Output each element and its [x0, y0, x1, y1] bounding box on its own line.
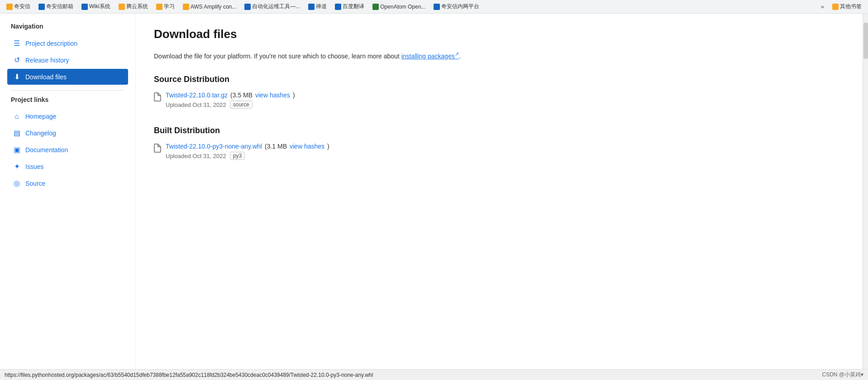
sidebar-item-label: Project description: [25, 40, 77, 47]
bookmarks-bar: 奇安信 奇安信邮箱 Wiki系统 腾云系统 学习 AWS Amplify con…: [0, 0, 868, 14]
sidebar-item-label: Changelog: [25, 130, 56, 137]
bookmark-label: AWS Amplify con...: [191, 4, 237, 10]
docs-icon: ▣: [13, 145, 21, 154]
source-file-size: (3.5 MB: [230, 91, 253, 99]
built-upload-date: Uploaded Oct 31, 2022: [166, 153, 226, 159]
file-icon: [154, 92, 161, 103]
bookmark-qianxin[interactable]: 奇安信: [4, 2, 33, 11]
page-title: Download files: [154, 27, 844, 41]
bookmark-intranet[interactable]: 奇安信内网平台: [431, 2, 482, 11]
bookmark-openatom[interactable]: OpenAtom Open...: [370, 3, 428, 11]
source-view-hashes-link[interactable]: view hashes: [255, 91, 290, 99]
sidebar-item-label: Release history: [25, 57, 69, 64]
sidebar-item-label: Homepage: [25, 113, 57, 120]
bookmark-favicon: [244, 4, 251, 10]
bookmark-label: 百度翻译: [343, 3, 364, 10]
sidebar-item-label: Download files: [25, 73, 67, 81]
sidebar-item-source[interactable]: ◎ Source: [7, 175, 128, 191]
bookmark-favicon: [308, 4, 315, 10]
bookmark-favicon: [372, 4, 379, 10]
intro-paragraph: Download the file for your platform. If …: [154, 50, 844, 61]
source-distribution-section: Source Distribution Twisted-22.10.0.tar.…: [154, 75, 844, 112]
sidebar-item-project-description[interactable]: ☰ Project description: [7, 35, 128, 51]
source-file-size-close: ): [293, 91, 295, 99]
built-view-hashes-link[interactable]: view hashes: [290, 143, 324, 150]
bookmark-label: 自动化运维工具—...: [252, 3, 300, 10]
sidebar-item-label: Source: [25, 180, 45, 187]
bookmark-other[interactable]: 其他书签: [830, 2, 864, 11]
sidebar-item-changelog[interactable]: ▤ Changelog: [7, 125, 128, 141]
source-file-link[interactable]: Twisted-22.10.0.tar.gz: [166, 91, 228, 99]
sidebar-divider: [11, 90, 124, 91]
built-file-link[interactable]: Twisted-22.10.0-py3-none-any.whl: [166, 143, 262, 150]
built-distribution-section: Built Distribution Twisted-22.10.0-py3-n…: [154, 126, 844, 164]
source-file-entry: Twisted-22.10.0.tar.gz (3.5 MB view hash…: [154, 91, 844, 112]
bookmark-label: 奇安信内网平台: [441, 3, 479, 10]
built-file-info: Twisted-22.10.0-py3-none-any.whl (3.1 MB…: [166, 143, 329, 160]
bookmark-favicon: [119, 4, 125, 10]
sidebar-item-documentation[interactable]: ▣ Documentation: [7, 142, 128, 158]
bookmark-qianxin-email[interactable]: 奇安信邮箱: [36, 2, 76, 11]
page-container: Navigation ☰ Project description ↺ Relea…: [0, 14, 868, 369]
source-icon: ◎: [13, 179, 21, 188]
bookmark-wiki[interactable]: Wiki系统: [79, 2, 113, 11]
right-scrollbar[interactable]: [863, 14, 868, 369]
built-file-size: (3.1 MB: [265, 143, 287, 150]
navigation-section-title: Navigation: [7, 23, 128, 30]
bookmark-baidu-translate[interactable]: 百度翻译: [332, 2, 367, 11]
bookmark-favicon: [81, 4, 88, 10]
sidebar-item-download-files[interactable]: ⬇ Download files: [7, 69, 128, 85]
built-file-meta: Uploaded Oct 31, 2022 py3: [166, 152, 329, 160]
bookmark-label: 奇安信邮箱: [46, 3, 73, 10]
history-icon: ↺: [13, 56, 21, 64]
bookmark-label: 奇安信: [14, 3, 30, 10]
bookmark-favicon: [38, 4, 45, 10]
source-file-info: Twisted-22.10.0.tar.gz (3.5 MB view hash…: [166, 91, 295, 109]
home-icon: ⌂: [13, 112, 21, 120]
built-file-name-row: Twisted-22.10.0-py3-none-any.whl (3.1 MB…: [166, 143, 329, 150]
bookmark-aws[interactable]: AWS Amplify con...: [180, 3, 239, 11]
sidebar-item-homepage[interactable]: ⌂ Homepage: [7, 109, 128, 124]
bookmark-zen[interactable]: 禅道: [305, 2, 329, 11]
bookmark-label: 其他书签: [840, 3, 862, 10]
bookmark-label: 禅道: [316, 3, 327, 10]
built-file-tag: py3: [230, 152, 245, 160]
bookmark-devops[interactable]: 自动化运维工具—...: [242, 2, 303, 11]
built-file-size-close: ): [327, 143, 329, 150]
project-links-title: Project links: [7, 96, 128, 103]
sidebar-item-label: Documentation: [25, 146, 68, 154]
more-bookmarks-button[interactable]: »: [818, 2, 827, 11]
main-content: Download files Download the file for you…: [136, 14, 863, 369]
bookmark-label: 腾云系统: [126, 3, 148, 10]
intro-text: Download the file for your platform. If …: [154, 53, 401, 60]
installing-packages-link[interactable]: installing packages: [401, 53, 459, 60]
source-distribution-title: Source Distribution: [154, 75, 844, 84]
scrollbar-thumb[interactable]: [863, 23, 868, 59]
intro-suffix: .: [459, 53, 461, 60]
bookmark-favicon: [6, 4, 13, 10]
bookmark-tengyun[interactable]: 腾云系统: [116, 2, 151, 11]
status-bar: https://files.pythonhosted.org/packages/…: [0, 369, 868, 380]
bookmark-label: 学习: [164, 3, 175, 10]
bookmark-study[interactable]: 学习: [153, 2, 177, 11]
sidebar: Navigation ☰ Project description ↺ Relea…: [0, 14, 136, 369]
built-distribution-title: Built Distribution: [154, 126, 844, 135]
sidebar-item-release-history[interactable]: ↺ Release history: [7, 52, 128, 68]
built-file-entry: Twisted-22.10.0-py3-none-any.whl (3.1 MB…: [154, 143, 844, 164]
bookmark-favicon: [183, 4, 189, 10]
changelog-icon: ▤: [13, 129, 21, 137]
sidebar-item-issues[interactable]: ✦ Issues: [7, 159, 128, 174]
file-icon: [154, 144, 161, 154]
status-right-text: CSDN @小菜鸡▾: [822, 371, 863, 379]
bookmark-favicon: [832, 4, 839, 10]
sidebar-item-label: Issues: [25, 163, 43, 170]
source-file-meta: Uploaded Oct 31, 2022 source: [166, 101, 295, 109]
bookmark-label: Wiki系统: [89, 3, 110, 10]
issues-icon: ✦: [13, 162, 21, 171]
download-icon: ⬇: [13, 72, 21, 81]
bookmark-favicon: [156, 4, 162, 10]
source-file-tag: source: [230, 101, 253, 109]
bookmark-label: OpenAtom Open...: [380, 4, 425, 10]
source-upload-date: Uploaded Oct 31, 2022: [166, 101, 226, 108]
bookmark-favicon: [335, 4, 341, 10]
